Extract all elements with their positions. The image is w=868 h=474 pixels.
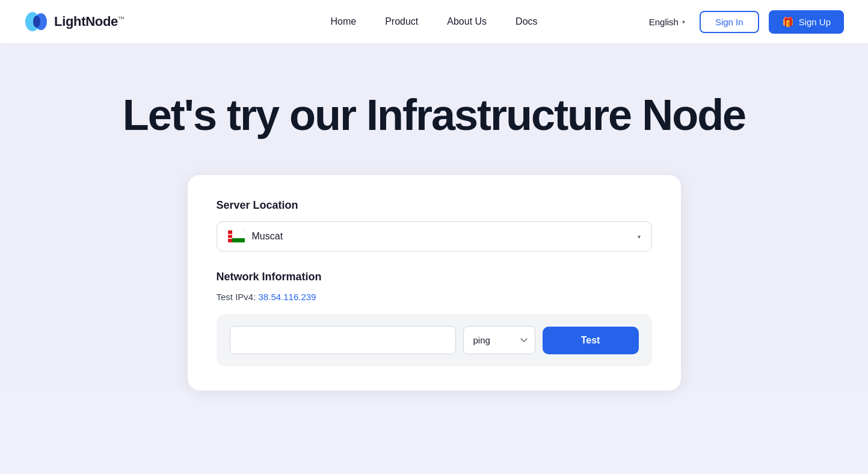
svg-rect-6: [232, 235, 245, 238]
logo-icon: [24, 9, 49, 34]
location-chevron-icon: ▾: [638, 233, 641, 240]
gift-icon: 🎁: [782, 16, 794, 28]
test-input[interactable]: [230, 326, 456, 354]
svg-point-2: [33, 16, 40, 28]
language-label: English: [649, 17, 679, 27]
location-selected: Muscat: [228, 230, 283, 242]
nav-home[interactable]: Home: [330, 16, 356, 27]
svg-rect-8: [228, 234, 232, 235]
main-nav: Home Product About Us Docs: [330, 16, 537, 27]
below-hero: [0, 390, 868, 451]
svg-rect-7: [228, 230, 232, 242]
nav-about[interactable]: About Us: [447, 16, 487, 27]
brand-name: LightNode™: [54, 14, 125, 29]
location-dropdown[interactable]: Muscat ▾: [217, 221, 652, 251]
ipv4-address-link[interactable]: 38.54.116.239: [259, 292, 316, 302]
hero-section: Let's try our Infrastructure Node Server…: [0, 43, 868, 390]
oman-flag-icon: [228, 230, 245, 242]
signin-button[interactable]: Sign In: [700, 11, 759, 33]
hero-title: Let's try our Infrastructure Node: [123, 91, 745, 139]
ipv4-label: Test IPv4:: [217, 292, 256, 302]
nav-product[interactable]: Product: [385, 16, 418, 27]
svg-rect-9: [228, 238, 232, 239]
navbar: LightNode™ Home Product About Us Docs En…: [0, 0, 868, 43]
test-method-select[interactable]: ping traceroute mtr: [463, 326, 535, 354]
test-box: ping traceroute mtr Test: [217, 314, 652, 366]
ipv4-row: Test IPv4: 38.54.116.239: [217, 292, 652, 302]
nav-docs[interactable]: Docs: [516, 16, 537, 27]
chevron-down-icon: ▾: [682, 19, 685, 25]
network-info-label: Network Information: [217, 271, 652, 283]
location-name: Muscat: [252, 231, 283, 242]
server-location-label: Server Location: [217, 199, 652, 212]
language-selector[interactable]: English ▾: [644, 13, 690, 31]
signup-button[interactable]: 🎁 Sign Up: [769, 10, 844, 34]
test-button[interactable]: Test: [543, 327, 639, 354]
svg-rect-4: [232, 230, 245, 235]
svg-rect-5: [232, 238, 245, 242]
navbar-right: English ▾ Sign In 🎁 Sign Up: [644, 10, 844, 34]
infrastructure-card: Server Location Muscat: [188, 175, 681, 390]
brand-logo[interactable]: LightNode™: [24, 9, 125, 34]
